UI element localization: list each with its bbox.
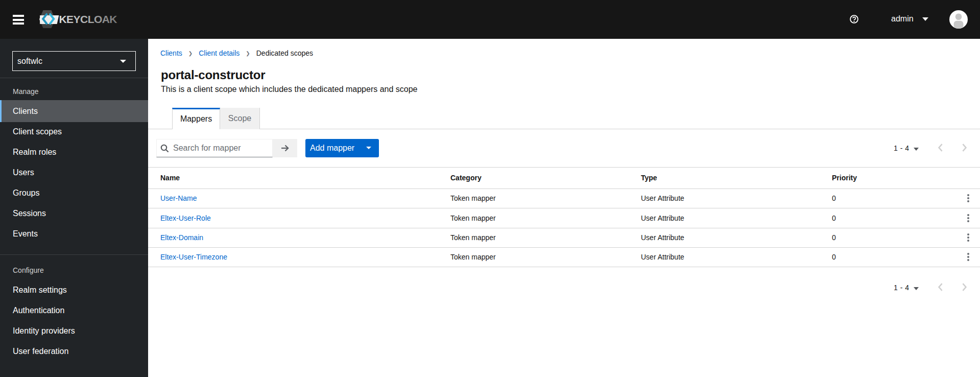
svg-text:KEYCLOAK: KEYCLOAK	[59, 13, 117, 25]
